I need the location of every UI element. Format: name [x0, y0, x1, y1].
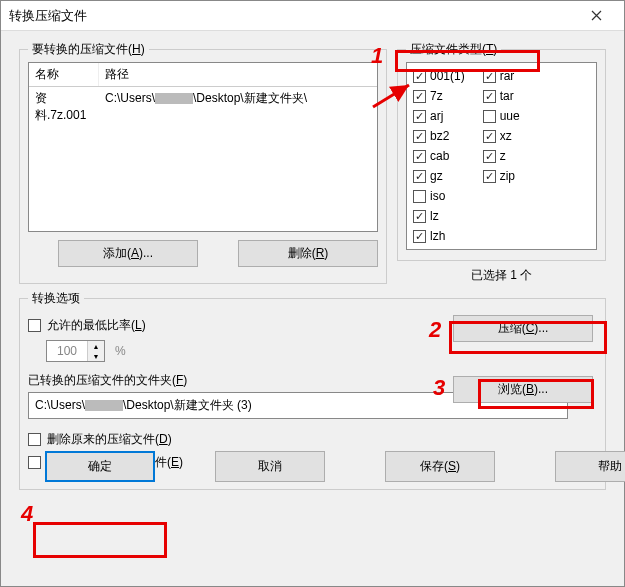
- selected-count: 已选择 1 个: [397, 267, 606, 284]
- annotation-box-4: [33, 522, 167, 558]
- checkbox-label: zip: [500, 169, 515, 183]
- browse-button[interactable]: 浏览(B)...: [453, 376, 593, 403]
- filetype-checkbox-gz[interactable]: gz: [413, 167, 465, 185]
- file-list[interactable]: 名称 路径 资料.7z.001 C:\Users\\Desktop\新建文件夹\: [28, 62, 378, 232]
- filetype-checkbox-lzh[interactable]: lzh: [413, 227, 465, 245]
- help-button[interactable]: 帮助: [555, 451, 625, 482]
- content-area: 要转换的压缩文件(H) 名称 路径 资料.7z.001 C:\Users\\De…: [1, 31, 624, 500]
- spinner-down-icon[interactable]: ▼: [88, 351, 104, 361]
- types-group: 压缩文件类型(T) 001(1)7zarjbz2cabgzisolzlzh ra…: [397, 49, 606, 261]
- checkbox-icon: [483, 170, 496, 183]
- filetype-checkbox-7z[interactable]: 7z: [413, 87, 465, 105]
- browse-button-label: 浏览(B)...: [498, 382, 548, 396]
- checkbox-icon: [413, 70, 426, 83]
- delete-original-checkbox[interactable]: [28, 433, 41, 446]
- filetype-checkbox-0011[interactable]: 001(1): [413, 67, 465, 85]
- filetype-checkbox-z[interactable]: z: [483, 147, 520, 165]
- type-list: 001(1)7zarjbz2cabgzisolzlzh rartaruuexzz…: [406, 62, 597, 250]
- checkbox-icon: [483, 130, 496, 143]
- checkbox-icon: [483, 150, 496, 163]
- redacted-block: [85, 400, 123, 411]
- files-group-label: 要转换的压缩文件(H): [28, 41, 149, 58]
- options-group-label: 转换选项: [28, 290, 84, 307]
- col-header-name[interactable]: 名称: [29, 63, 99, 86]
- filetype-checkbox-tar[interactable]: tar: [483, 87, 520, 105]
- file-name-cell: 资料.7z.001: [29, 87, 99, 127]
- filetype-checkbox-cab[interactable]: cab: [413, 147, 465, 165]
- ratio-value: 100: [47, 344, 87, 358]
- types-group-label: 压缩文件类型(T): [406, 41, 501, 58]
- type-col-1: 001(1)7zarjbz2cabgzisolzlzh: [413, 67, 465, 245]
- filetype-checkbox-arj[interactable]: arj: [413, 107, 465, 125]
- file-row[interactable]: 资料.7z.001 C:\Users\\Desktop\新建文件夹\: [29, 87, 377, 127]
- filetype-checkbox-bz2[interactable]: bz2: [413, 127, 465, 145]
- checkbox-label: bz2: [430, 129, 449, 143]
- checkbox-icon: [413, 150, 426, 163]
- bottom-button-row: 确定 取消 保存(S) 帮助: [45, 451, 625, 482]
- file-list-header: 名称 路径: [29, 63, 377, 87]
- checkbox-icon: [483, 90, 496, 103]
- checkbox-label: 7z: [430, 89, 443, 103]
- checkbox-label: tar: [500, 89, 514, 103]
- filetype-checkbox-xz[interactable]: xz: [483, 127, 520, 145]
- checkbox-icon: [413, 210, 426, 223]
- allow-ratio-checkbox[interactable]: [28, 319, 41, 332]
- window-title: 转换压缩文件: [9, 7, 87, 25]
- dialog-window: 转换压缩文件 要转换的压缩文件(H) 名称 路径 资料.7z.001: [0, 0, 625, 587]
- spinner-up-icon[interactable]: ▲: [88, 341, 104, 351]
- checkbox-icon: [413, 130, 426, 143]
- checkbox-label: lzh: [430, 229, 445, 243]
- close-button[interactable]: [576, 2, 616, 30]
- checkbox-icon: [413, 190, 426, 203]
- checkbox-label: gz: [430, 169, 443, 183]
- add-button[interactable]: 添加(A)...: [58, 240, 198, 267]
- delete-button-label: 删除(R): [288, 246, 329, 260]
- close-icon: [591, 10, 602, 21]
- checkbox-icon: [483, 110, 496, 123]
- add-button-label: 添加(A)...: [103, 246, 153, 260]
- filetype-checkbox-uue[interactable]: uue: [483, 107, 520, 125]
- filetype-checkbox-iso[interactable]: iso: [413, 187, 465, 205]
- files-group: 要转换的压缩文件(H) 名称 路径 资料.7z.001 C:\Users\\De…: [19, 49, 387, 284]
- checkbox-icon: [483, 70, 496, 83]
- delete-button[interactable]: 删除(R): [238, 240, 378, 267]
- cancel-button[interactable]: 取消: [215, 451, 325, 482]
- save-button-label: 保存(S): [420, 459, 460, 473]
- compress-button[interactable]: 压缩(C)...: [453, 315, 593, 342]
- ok-button[interactable]: 确定: [45, 451, 155, 482]
- checkbox-label: z: [500, 149, 506, 163]
- checkbox-label: arj: [430, 109, 443, 123]
- checkbox-icon: [413, 110, 426, 123]
- checkbox-label: iso: [430, 189, 445, 203]
- type-col-2: rartaruuexzzzip: [483, 67, 520, 245]
- compress-button-label: 压缩(C)...: [498, 321, 549, 335]
- checkbox-label: uue: [500, 109, 520, 123]
- checkbox-icon: [413, 90, 426, 103]
- percent-label: %: [115, 344, 126, 358]
- annotation-number-4: 4: [21, 501, 33, 527]
- checkbox-label: rar: [500, 69, 515, 83]
- file-path-cell: C:\Users\\Desktop\新建文件夹\: [99, 87, 377, 127]
- checkbox-label: lz: [430, 209, 439, 223]
- checkbox-label: xz: [500, 129, 512, 143]
- titlebar: 转换压缩文件: [1, 1, 624, 31]
- ignore-encrypted-checkbox[interactable]: [28, 456, 41, 469]
- checkbox-icon: [413, 170, 426, 183]
- ratio-spinner[interactable]: 100 ▲ ▼: [46, 340, 105, 362]
- save-button[interactable]: 保存(S): [385, 451, 495, 482]
- checkbox-label: cab: [430, 149, 449, 163]
- delete-original-label: 删除原来的压缩文件(D): [47, 431, 172, 448]
- checkbox-label: 001(1): [430, 69, 465, 83]
- col-header-path[interactable]: 路径: [99, 63, 377, 86]
- allow-ratio-label: 允许的最低比率(L): [47, 317, 146, 334]
- redacted-block: [155, 93, 193, 104]
- filetype-checkbox-rar[interactable]: rar: [483, 67, 520, 85]
- filetype-checkbox-zip[interactable]: zip: [483, 167, 520, 185]
- checkbox-icon: [413, 230, 426, 243]
- filetype-checkbox-lz[interactable]: lz: [413, 207, 465, 225]
